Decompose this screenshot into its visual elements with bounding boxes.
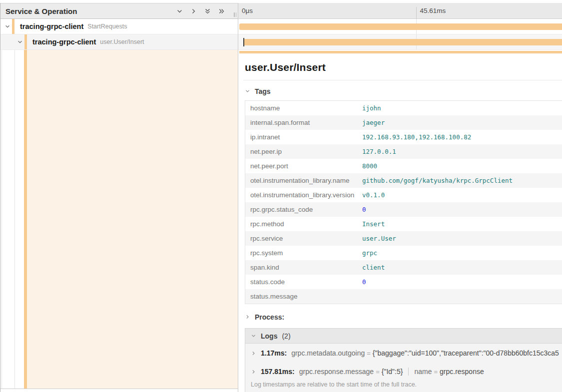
operation-name: StartRequests: [87, 23, 127, 30]
tag-value: grpc: [362, 249, 377, 257]
span-bar-start-requests[interactable]: [239, 23, 562, 30]
collapse-chevron-icon[interactable]: [4, 23, 10, 29]
service-color-bar: [12, 19, 14, 34]
tag-value: jaeger: [362, 119, 385, 126]
tag-value: 8000: [362, 162, 377, 170]
tree-toolbar: [176, 8, 225, 14]
selected-span-highlight: [27, 50, 238, 389]
logs-count: (2): [282, 332, 290, 340]
tag-row: rpc.grpc.status_code0: [245, 202, 562, 217]
panel-title: Service & Operation: [5, 7, 176, 15]
tag-key: hostname: [245, 104, 362, 112]
service-name: tracing-grpc-client: [20, 22, 83, 30]
detail-divider: [243, 80, 562, 80]
tag-row: rpc.serviceuser.User: [245, 231, 562, 246]
log-entry[interactable]: 1.17ms: grpc.metadata.outgoing={"baggage…: [245, 344, 562, 362]
operation-name: user.User/Insert: [100, 38, 144, 45]
tags-section-toggle[interactable]: Tags: [245, 87, 562, 96]
tag-key: status.message: [245, 293, 362, 300]
tag-key: otel.instrumentation_library.version: [245, 191, 362, 199]
double-chevron-down-icon[interactable]: [204, 8, 211, 14]
span-detail-title: user.User/Insert: [245, 61, 562, 73]
log-field-value: {"Id":5}: [382, 368, 403, 376]
indent-guide: [1, 50, 2, 389]
span-tree-row-start-requests[interactable]: tracing-grpc-client StartRequests: [0, 19, 238, 34]
timeline-row-start-requests: [238, 19, 562, 34]
chevron-down-icon[interactable]: [176, 8, 183, 14]
timeline-row-user-insert: [238, 34, 562, 50]
tag-value: Insert: [362, 220, 385, 228]
expanded-span-left-gutter: [0, 50, 238, 389]
tag-row: ip.intranet192.168.93.180,192.168.100.82: [245, 130, 562, 144]
double-chevron-right-icon[interactable]: [218, 8, 225, 14]
tag-value: 0: [362, 206, 366, 213]
tag-row: span.kindclient: [245, 260, 562, 275]
log-field-value: grpc.response: [440, 368, 484, 376]
collapse-chevron-icon[interactable]: [17, 39, 23, 45]
tag-row: status.message: [245, 289, 562, 304]
logs-section-toggle[interactable]: Logs (2): [245, 329, 562, 344]
chevron-right-icon: [245, 313, 250, 322]
column-resizer-handle[interactable]: [234, 12, 236, 17]
tag-row: internal.span.formatjaeger: [245, 115, 562, 130]
tag-key: rpc.grpc.status_code: [245, 206, 362, 213]
span-tree-row-user-insert[interactable]: tracing-grpc-client user.User/Insert: [0, 34, 238, 50]
tag-key: ip.intranet: [245, 133, 362, 141]
tag-value: client: [362, 264, 385, 271]
chevron-right-icon: [251, 351, 256, 356]
tag-row: hostnameijohn: [245, 101, 562, 115]
tag-key: status.code: [245, 278, 362, 286]
equals-sign: =: [434, 368, 438, 376]
process-section-toggle[interactable]: Process:: [245, 313, 562, 322]
selected-span-mini-bar[interactable]: [239, 51, 562, 53]
tag-row: rpc.methodInsert: [245, 217, 562, 231]
tag-value: v0.1.0: [362, 191, 385, 199]
tag-value: 192.168.93.180,192.168.100.82: [362, 133, 471, 141]
timeline-ruler: 0μs 45.61ms: [238, 3, 562, 19]
log-field: grpc.response.message={"Id":5}: [299, 368, 403, 376]
span-bar-user-insert[interactable]: [244, 39, 562, 45]
chevron-right-icon: [251, 369, 256, 375]
logs-section: Logs (2) 1.17ms: grpc.metadata.outgoing=…: [245, 328, 562, 392]
process-section-label: Process:: [255, 313, 284, 321]
ruler-tick-mid: 45.61ms: [416, 7, 446, 19]
log-field-value: {"baggage":"uid=100","traceparent":"00-d…: [373, 349, 559, 357]
service-operation-panel: Service & Operation: [0, 3, 238, 392]
logs-section-label: Logs: [261, 332, 277, 340]
tag-row: otel.instrumentation_library.versionv0.1…: [245, 188, 562, 202]
log-entry[interactable]: 157.81ms: grpc.response.message={"Id":5}…: [245, 362, 562, 381]
trace-timeline-view: Service & Operation: [0, 0, 562, 392]
tag-key: rpc.service: [245, 235, 362, 242]
tag-row: net.peer.port8000: [245, 159, 562, 173]
service-operation-header: Service & Operation: [0, 3, 238, 19]
log-timestamp: 157.81ms:: [261, 368, 295, 376]
tag-value: 127.0.0.1: [362, 148, 396, 155]
tag-value: ijohn: [362, 104, 381, 112]
equals-sign: =: [376, 368, 380, 376]
tag-key: rpc.method: [245, 220, 362, 228]
tag-key: internal.span.format: [245, 119, 362, 126]
logs-footer-note: Log timestamps are relative to the start…: [245, 381, 562, 392]
selected-span-mini-bar-row: [238, 50, 562, 54]
chevron-right-icon[interactable]: [190, 8, 197, 14]
tag-row: status.code0: [245, 275, 562, 289]
equals-sign: =: [367, 350, 371, 357]
log-field: grpc.metadata.outgoing={"baggage":"uid=1…: [291, 349, 559, 357]
service-name: tracing-grpc-client: [32, 38, 96, 46]
tag-key: net.peer.ip: [245, 148, 362, 155]
tag-key: rpc.system: [245, 249, 362, 257]
log-field: name=grpc.response: [414, 368, 484, 376]
field-divider: [408, 368, 409, 376]
indent-guide: [14, 50, 15, 389]
tag-key: net.peer.port: [245, 162, 362, 170]
log-field-key: name: [414, 368, 432, 376]
log-timestamp: 1.17ms:: [261, 349, 287, 357]
log-field-key: grpc.metadata.outgoing: [291, 349, 365, 357]
log-field-key: grpc.response.message: [299, 368, 374, 376]
tag-key: span.kind: [245, 264, 362, 271]
tag-key: otel.instrumentation_library.name: [245, 177, 362, 184]
tag-row: net.peer.ip127.0.0.1: [245, 144, 562, 159]
tag-value: 0: [362, 278, 366, 286]
timeline-panel: 0μs 45.61ms user.User/Insert: [238, 3, 562, 392]
chevron-down-icon: [245, 87, 250, 96]
